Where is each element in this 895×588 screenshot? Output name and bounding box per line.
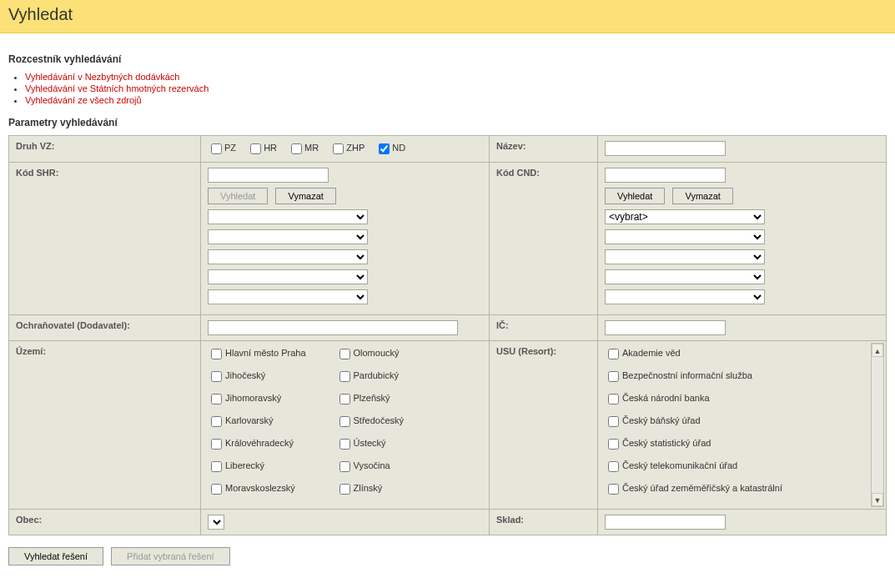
pridat-vybrana-btn[interactable]: Přidat vybraná řešení bbox=[111, 547, 230, 565]
druh-vz-label: Druh VZ: bbox=[9, 136, 201, 163]
chk-akademie-ved[interactable] bbox=[608, 349, 619, 359]
chk-mr[interactable] bbox=[291, 143, 302, 154]
chk-ctu[interactable] bbox=[608, 461, 619, 472]
search-links: Vyhledávání v Nezbytných dodávkách Vyhle… bbox=[25, 72, 887, 105]
rozcestnik-title: Rozcestník vyhledávání bbox=[8, 53, 887, 65]
chk-liberecky[interactable] bbox=[211, 461, 222, 472]
page-title: Vyhledat bbox=[8, 5, 887, 24]
chk-cnb[interactable] bbox=[608, 394, 619, 405]
uzemi-label: Území: bbox=[9, 341, 201, 510]
kod-shr-input[interactable] bbox=[208, 168, 329, 183]
kod-cnd-search-btn[interactable]: Vyhledat bbox=[605, 188, 665, 204]
parametry-title: Parametry vyhledávání bbox=[8, 117, 887, 128]
page-header: Vyhledat bbox=[0, 0, 895, 33]
chk-hr[interactable] bbox=[250, 143, 261, 154]
chk-karlovarsky[interactable] bbox=[211, 416, 222, 427]
chk-moravskoslezsky[interactable] bbox=[211, 484, 222, 495]
kod-shr-select-4[interactable] bbox=[208, 269, 368, 284]
nazev-label: Název: bbox=[490, 136, 598, 163]
chk-cbu[interactable] bbox=[608, 416, 619, 427]
uzemi-block: Hlavní město Praha Jihočeský Jihomoravsk… bbox=[201, 341, 490, 510]
chk-ustecky[interactable] bbox=[339, 439, 350, 450]
chk-jihocesky[interactable] bbox=[211, 371, 222, 382]
obec-select[interactable] bbox=[208, 515, 224, 530]
nazev-input[interactable] bbox=[605, 141, 726, 156]
kod-cnd-select-1[interactable]: <vybrat> bbox=[605, 209, 765, 224]
scroll-up-icon[interactable]: ▲ bbox=[872, 344, 883, 357]
kod-cnd-select-4[interactable] bbox=[605, 269, 765, 284]
kod-cnd-clear-btn[interactable]: Vymazat bbox=[672, 188, 732, 204]
ochranovatel-input[interactable] bbox=[208, 320, 458, 335]
obec-label: Obec: bbox=[9, 510, 201, 535]
search-form-table: Druh VZ: PZ HR MR ZHP ND Název: Kód SHR:… bbox=[8, 135, 887, 535]
kod-shr-search-btn[interactable]: Vyhledat bbox=[208, 188, 268, 204]
chk-plzensky[interactable] bbox=[339, 394, 350, 405]
chk-kralovehradecky[interactable] bbox=[211, 439, 222, 450]
kod-cnd-block: Vyhledat Vymazat <vybrat> bbox=[598, 163, 887, 315]
chk-vysocina[interactable] bbox=[339, 461, 350, 472]
chk-stredocesky[interactable] bbox=[339, 416, 350, 427]
kod-cnd-label: Kód CND: bbox=[490, 163, 598, 315]
bottom-buttons: Vyhledat řešení Přidat vybraná řešení bbox=[8, 547, 887, 565]
kod-cnd-input[interactable] bbox=[605, 168, 726, 183]
kod-shr-label: Kód SHR: bbox=[9, 163, 201, 315]
kod-shr-select-3[interactable] bbox=[208, 249, 368, 264]
sklad-input[interactable] bbox=[605, 515, 726, 530]
chk-zhp[interactable] bbox=[333, 143, 344, 154]
chk-bis[interactable] bbox=[608, 371, 619, 382]
kod-shr-select-2[interactable] bbox=[208, 229, 368, 244]
chk-olomoucky[interactable] bbox=[339, 349, 350, 359]
druh-vz-options: PZ HR MR ZHP ND bbox=[201, 136, 490, 163]
usu-block: Akademie věd Bezpečnostní informační slu… bbox=[598, 341, 887, 510]
sklad-label: Sklad: bbox=[490, 510, 598, 535]
scroll-down-icon[interactable]: ▼ bbox=[872, 493, 883, 506]
link-statni-rezervy[interactable]: Vyhledávání ve Státních hmotných rezervá… bbox=[25, 83, 209, 93]
chk-pardubicky[interactable] bbox=[339, 371, 350, 382]
kod-shr-select-5[interactable] bbox=[208, 289, 368, 304]
ochranovatel-label: Ochraňovatel (Dodavatel): bbox=[9, 315, 201, 341]
usu-scrollbar[interactable]: ▲ ▼ bbox=[871, 343, 884, 507]
kod-shr-block: Vyhledat Vymazat bbox=[201, 163, 490, 315]
chk-csu[interactable] bbox=[608, 439, 619, 450]
chk-nd[interactable] bbox=[379, 143, 390, 154]
vyhledat-reseni-btn[interactable]: Vyhledat řešení bbox=[8, 547, 103, 565]
chk-zlinsky[interactable] bbox=[339, 484, 350, 495]
ic-input[interactable] bbox=[605, 320, 726, 335]
chk-cuzk[interactable] bbox=[608, 484, 619, 495]
kod-shr-clear-btn[interactable]: Vymazat bbox=[275, 188, 335, 204]
usu-label: USU (Resort): bbox=[490, 341, 598, 510]
kod-cnd-select-2[interactable] bbox=[605, 229, 765, 244]
ic-label: IČ: bbox=[490, 315, 598, 341]
main-content: Rozcestník vyhledávání Vyhledávání v Nez… bbox=[0, 33, 895, 574]
chk-jihomoravsky[interactable] bbox=[211, 394, 222, 405]
link-vsechny-zdroje[interactable]: Vyhledávání ze všech zdrojů bbox=[25, 95, 142, 105]
kod-cnd-select-5[interactable] bbox=[605, 289, 765, 304]
chk-praha[interactable] bbox=[211, 349, 222, 359]
link-nezbytne-dodavky[interactable]: Vyhledávání v Nezbytných dodávkách bbox=[25, 72, 179, 82]
kod-shr-select-1[interactable] bbox=[208, 209, 368, 224]
kod-cnd-select-3[interactable] bbox=[605, 249, 765, 264]
chk-pz[interactable] bbox=[211, 143, 222, 154]
